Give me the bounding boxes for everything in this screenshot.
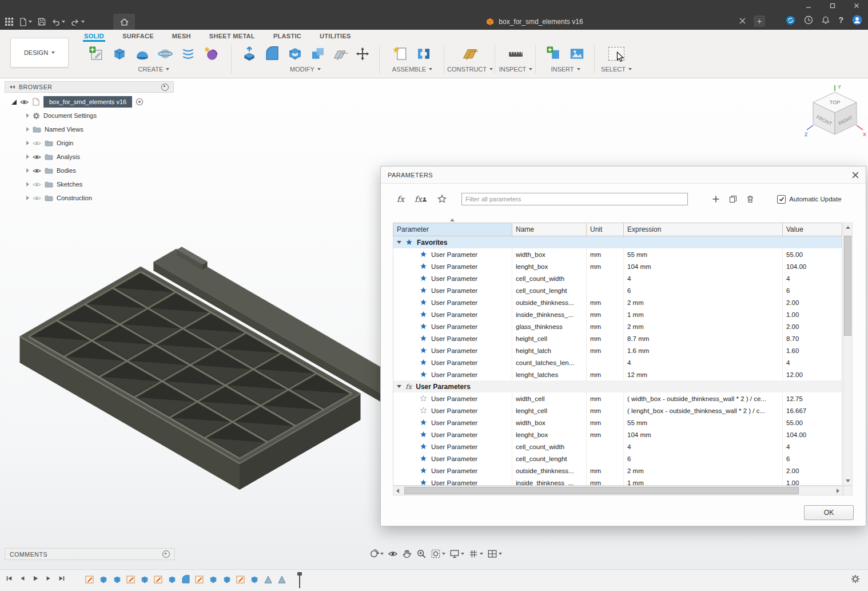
star-filled-icon[interactable] (420, 467, 427, 474)
extrude-icon[interactable] (112, 574, 122, 585)
skip-start-icon[interactable] (6, 575, 13, 582)
activate-component-icon[interactable] (136, 98, 144, 106)
parameter-row[interactable]: User Parameterwidth_boxmm55 mm55.00 (393, 417, 842, 429)
expand-arrow-icon[interactable] (26, 127, 29, 132)
scroll-up-icon[interactable] (843, 223, 852, 232)
insert-derive-icon[interactable] (546, 45, 563, 62)
extrude-icon[interactable] (140, 574, 150, 585)
star-filled-icon[interactable] (420, 263, 427, 270)
comment-indicator-icon[interactable] (162, 550, 170, 558)
offset-face-icon[interactable] (332, 45, 349, 62)
help-icon[interactable]: ? (838, 15, 843, 25)
parameter-row[interactable]: User Parameterlenght_boxmm104 mm104.00 (393, 429, 842, 441)
expression-cell[interactable]: ( width_box - outside_thinkness_wall * 2… (624, 392, 783, 404)
form-icon[interactable] (202, 45, 220, 62)
browser-root-label[interactable]: box_for_smd_elements v16 (43, 96, 132, 108)
save-button[interactable] (38, 18, 46, 26)
close-document-icon[interactable] (739, 18, 746, 24)
parameter-row[interactable]: User Parameteroutside_thinkness...mm2 mm… (393, 465, 842, 477)
expression-cell[interactable]: 1.6 mm (624, 344, 783, 356)
eye-off-icon[interactable] (33, 181, 41, 188)
browser-root-row[interactable]: box_for_smd_elements v16 (5, 95, 174, 109)
parameter-row[interactable]: User Parameterlenght_boxmm104 mm104.00 (393, 260, 842, 272)
parameter-row[interactable]: User Parameteroutside_thinkness...mm2 mm… (393, 296, 842, 308)
tab-solid[interactable]: SOLID (84, 30, 104, 42)
smd-box-3d-model[interactable] (17, 239, 417, 505)
favorites-filter-icon[interactable] (437, 195, 447, 204)
skip-end-icon[interactable] (58, 575, 65, 582)
extrude-icon[interactable] (208, 574, 218, 585)
star-filled-icon[interactable] (420, 371, 427, 378)
document-tab[interactable]: box_for_smd_elements v16 (320, 14, 749, 30)
parameter-row[interactable]: User Parameterlenght_cellmm( lenght_box … (393, 404, 842, 417)
column-header-value[interactable]: Value (783, 223, 842, 236)
parameter-row[interactable]: User Parameterinside_thinkness_...mm1 mm… (393, 308, 842, 320)
viewcube[interactable]: TOP FRONT RIGHT Y X Z (803, 83, 867, 141)
new-component-icon[interactable] (392, 45, 409, 62)
play-icon[interactable] (32, 575, 39, 582)
tab-surface[interactable]: SURFACE (122, 30, 154, 42)
sketch-icon[interactable] (194, 574, 205, 585)
group-label-insert[interactable]: INSERT (537, 66, 594, 73)
step-forward-icon[interactable] (45, 575, 52, 582)
clock-icon[interactable] (804, 15, 813, 25)
ok-button[interactable]: OK (804, 505, 854, 520)
fit-button[interactable] (431, 549, 445, 559)
star-outline-icon[interactable] (420, 395, 427, 402)
browser-item-document-settings[interactable]: Document Settings (5, 109, 174, 122)
star-filled-icon[interactable] (420, 299, 427, 306)
close-icon[interactable] (852, 172, 859, 179)
column-header-expression[interactable]: Expression (624, 223, 783, 236)
browser-item-named-views[interactable]: Named Views (5, 122, 174, 136)
sketch-icon[interactable] (236, 574, 246, 585)
expand-arrow-icon[interactable] (26, 168, 29, 173)
fillet-icon[interactable] (264, 45, 281, 62)
expression-cell[interactable]: 6 (624, 284, 783, 296)
dialog-titlebar[interactable]: PARAMETERS (381, 166, 866, 184)
new-tab-button[interactable]: + (754, 15, 765, 27)
expression-cell[interactable]: 2 mm (624, 320, 783, 332)
group-label-create[interactable]: CREATE (77, 66, 230, 73)
sweep-icon[interactable] (157, 45, 174, 62)
visibility-eye-icon[interactable] (20, 98, 29, 106)
extrude-icon[interactable] (249, 574, 260, 585)
star-filled-icon[interactable] (420, 443, 427, 450)
star-filled-icon[interactable] (420, 359, 427, 366)
coil-icon[interactable] (180, 45, 197, 62)
star-filled-icon[interactable] (420, 251, 427, 258)
app-grid-button[interactable] (5, 17, 14, 26)
parameter-row[interactable]: User Parametercell_count_lenght66 (393, 284, 842, 296)
user-parameters-icon[interactable]: fx (415, 195, 427, 204)
scroll-right-icon[interactable] (834, 486, 842, 495)
press-pull-icon[interactable] (241, 45, 258, 62)
zoom-button[interactable] (416, 549, 427, 559)
expression-cell[interactable]: 55 mm (624, 417, 783, 429)
home-tab[interactable] (113, 14, 135, 30)
parameter-row[interactable]: User Parameterheight_latchmm1.6 mm1.60 (393, 344, 842, 356)
expression-cell[interactable]: 12 mm (624, 368, 783, 380)
sketch-icon[interactable] (85, 574, 95, 585)
orbit-button[interactable] (369, 549, 384, 559)
expand-arrow-icon[interactable] (26, 113, 29, 118)
revolve-icon[interactable] (134, 45, 151, 62)
expression-cell[interactable]: 6 (624, 453, 783, 465)
expression-cell[interactable]: 1 mm (624, 477, 783, 486)
parameter-row[interactable]: User Parameterwidth_cellmm( width_box - … (393, 392, 842, 404)
section-row-favorites[interactable]: Favorites (393, 236, 842, 248)
horizontal-scroll-thumb[interactable] (404, 487, 799, 494)
expression-cell[interactable]: 4 (624, 272, 783, 284)
expression-cell[interactable]: 104 mm (624, 429, 783, 441)
section-row-user-parameters[interactable]: fxUser Parameters (393, 380, 842, 392)
expression-cell[interactable]: 8.7 mm (624, 332, 783, 344)
eye-off-icon[interactable] (33, 140, 41, 146)
fillet-icon[interactable] (181, 574, 191, 585)
parameter-row[interactable]: User Parametercount_latches_len...44 (393, 356, 842, 368)
avatar-icon[interactable] (852, 15, 862, 25)
timeline-marker[interactable] (297, 572, 302, 588)
expression-cell[interactable]: 1 mm (624, 308, 783, 320)
parameter-row[interactable]: User Parameterlenght_latchesmm12 mm12.00 (393, 368, 842, 380)
expression-cell[interactable]: 4 (624, 356, 783, 368)
group-label-modify[interactable]: MODIFY (232, 66, 379, 73)
parameter-row[interactable]: User Parametercell_count_lenght66 (393, 453, 842, 465)
all-parameters-icon[interactable]: fx (397, 195, 404, 204)
